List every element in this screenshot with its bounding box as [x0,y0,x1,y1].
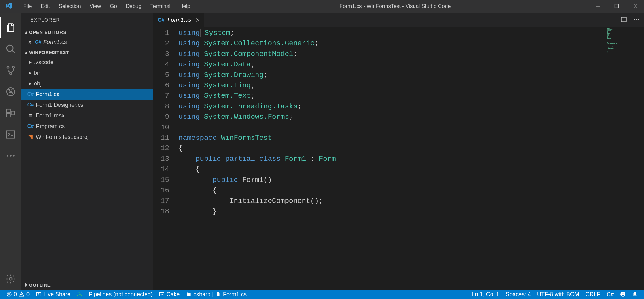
csproj-file-icon: ◥ [27,133,34,140]
svg-point-4 [12,66,14,68]
project-section[interactable]: ◢ WINFORMSTEST [21,47,153,57]
feedback-icon[interactable] [617,291,629,298]
line-gutter: 123456789101112131415161718 [153,27,179,290]
file-tree-item[interactable]: ▶.vscode [21,57,153,68]
tab-label: Form1.cs [167,17,191,23]
warnings-count: 0 [26,291,30,298]
activity-bar [0,13,21,290]
chevron-down-icon: ◢ [23,30,29,34]
svg-rect-20 [36,292,41,296]
pipelines-status[interactable]: ♨ [74,291,86,298]
open-editor-entry[interactable]: ✕ C# Form1.cs [21,37,153,47]
file-label: Form1.cs [36,91,59,98]
svg-rect-10 [7,131,15,138]
file-tree-item[interactable]: C#Form1.Designer.cs [21,100,153,110]
folder-label: .vscode [34,59,53,66]
more-icon[interactable] [0,145,21,166]
svg-point-2 [7,45,13,51]
open-editors-section[interactable]: ◢ OPEN EDITORS [21,27,153,37]
project-name-label: WINFORMSTEST [29,50,69,55]
solution-status[interactable]: csharp | Form1.cs [183,291,250,298]
explorer-icon[interactable] [0,17,21,38]
close-button[interactable] [633,4,638,9]
terminal-panel-icon[interactable] [0,124,21,145]
csharp-file-icon: C# [27,123,34,129]
close-icon[interactable]: ✕ [27,39,33,45]
file-tree-item[interactable]: C#Form1.cs [21,89,153,100]
editor-tab[interactable]: C# Form1.cs ✕ [153,13,205,27]
menu-terminal[interactable]: Terminal [146,3,175,9]
cake-status[interactable]: Cake [156,291,183,298]
source-control-icon[interactable] [0,60,21,81]
menu-go[interactable]: Go [105,3,121,9]
vscode-logo-icon [5,2,13,11]
minimize-button[interactable] [596,4,600,9]
eol-label: CRLF [586,291,600,298]
status-errors[interactable]: 0 0 [3,291,33,298]
language-status[interactable]: C# [603,291,617,298]
menu-edit[interactable]: Edit [36,3,54,9]
live-share-status[interactable]: Live Share [33,291,74,298]
editor-tabs: C# Form1.cs ✕ [153,13,644,27]
split-editor-icon[interactable] [621,16,627,24]
cursor-position[interactable]: Ln 1, Col 1 [469,291,502,298]
file-label: WinFormsTest.csproj [36,134,89,140]
outline-section[interactable]: ◢ OUTLINE [21,280,153,290]
code-editor[interactable]: 123456789101112131415161718 using System… [153,27,644,290]
search-icon[interactable] [0,38,21,60]
maximize-button[interactable] [614,4,619,9]
more-actions-icon[interactable] [633,16,640,24]
chevron-right-icon: ◢ [22,281,29,288]
window-controls [596,4,638,9]
indentation-status[interactable]: Spaces: 4 [502,291,534,298]
sidebar-explorer: EXPLORER ◢ OPEN EDITORS ✕ C# Form1.cs ◢ … [21,13,153,290]
svg-rect-9 [11,111,14,115]
cake-label: Cake [166,291,180,298]
sidebar-title: EXPLORER [21,13,153,27]
file-label: Form1.Designer.cs [36,102,83,108]
encoding-label: UTF-8 with BOM [537,291,579,298]
svg-point-14 [9,278,12,280]
menu-file[interactable]: File [19,3,36,9]
file-tree-item[interactable]: ◥WinFormsTest.csproj [21,132,153,142]
encoding-status[interactable]: UTF-8 with BOM [534,291,582,298]
file-tree-item[interactable]: ▶bin [21,68,153,78]
csharp-file-icon: C# [158,17,164,23]
chevron-right-icon: ▶ [27,60,33,64]
settings-gear-icon[interactable] [0,268,21,290]
svg-rect-1 [615,4,619,8]
menu-view[interactable]: View [85,3,106,9]
svg-point-13 [13,155,15,157]
menu-debug[interactable]: Debug [121,3,146,9]
debug-icon[interactable] [0,81,21,102]
title-bar: FileEditSelectionViewGoDebugTerminalHelp… [0,0,644,13]
file-tree-item[interactable]: ▶obj [21,78,153,89]
close-tab-icon[interactable]: ✕ [195,17,200,24]
file-label: Program.cs [36,123,65,130]
pipelines-text[interactable]: Pipelines (not connected) [86,291,156,298]
chevron-right-icon: ▶ [27,81,33,86]
csharp-file-icon: C# [35,39,42,45]
menu-bar: FileEditSelectionViewGoDebugTerminalHelp [19,3,195,9]
folder-label: bin [34,70,42,76]
editor-group: C# Form1.cs ✕ 12345678910111213141516171… [153,13,644,290]
solution-file-label: Form1.cs [223,291,247,298]
errors-count: 0 [14,291,17,298]
svg-point-18 [638,19,639,20]
svg-point-24 [624,293,624,294]
notifications-icon[interactable] [629,291,641,298]
file-tree-item[interactable]: C#Program.cs [21,121,153,132]
lncol-label: Ln 1, Col 1 [472,291,499,298]
file-label: Form1.resx [36,112,64,119]
lang-label: C# [607,291,614,298]
svg-rect-21 [159,292,164,296]
folder-label: obj [34,80,42,87]
file-tree-item[interactable]: ≡Form1.resx [21,110,153,121]
extensions-icon[interactable] [0,102,21,124]
menu-help[interactable]: Help [175,3,195,9]
solution-label: csharp | [193,291,214,298]
code-content[interactable]: using System;using System.Collections.Ge… [179,27,644,290]
menu-selection[interactable]: Selection [54,3,85,9]
eol-status[interactable]: CRLF [582,291,603,298]
svg-point-3 [7,66,9,68]
